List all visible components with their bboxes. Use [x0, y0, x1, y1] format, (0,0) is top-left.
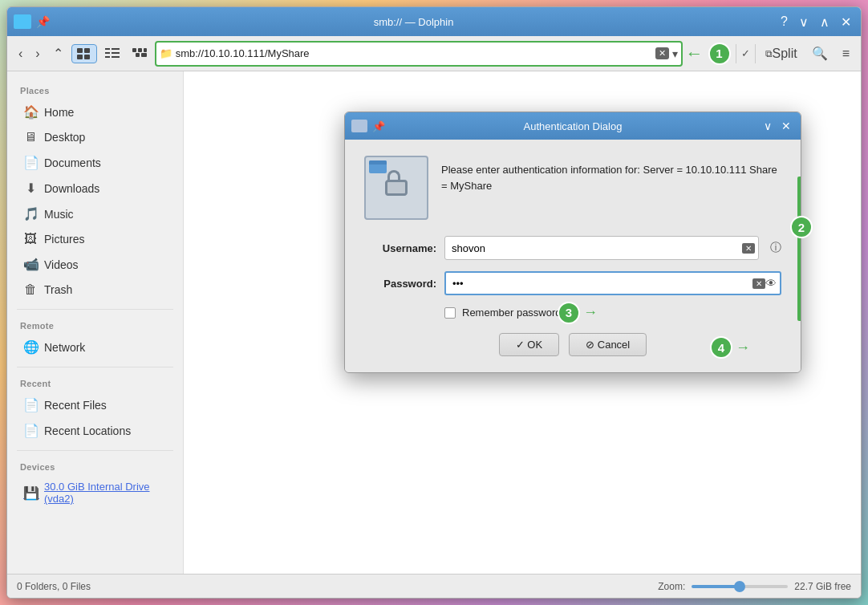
sidebar-item-trash[interactable]: 🗑 Trash	[10, 278, 180, 302]
devices-header: Devices	[7, 457, 183, 475]
folder-icon: 📁	[160, 47, 172, 59]
sidebar-item-recent-locations[interactable]: 📄 Recent Locations	[10, 418, 180, 443]
annotation-4-container: 4 →	[710, 336, 750, 359]
annotation-4: 4	[710, 336, 732, 359]
devices-section: Devices 💾 30.0 GiB Internal Drive (vda2)	[7, 454, 183, 514]
sidebar-item-downloads[interactable]: ⬇ Downloads	[10, 176, 180, 201]
downloads-label: Downloads	[44, 182, 99, 195]
drive-icon: 💾	[23, 485, 38, 501]
annotation-arrow-4: →	[736, 339, 750, 356]
username-input[interactable]	[448, 242, 742, 254]
sidebar-item-music[interactable]: 🎵 Music	[10, 201, 180, 226]
svg-rect-5	[112, 48, 120, 50]
dialog-app-icon	[351, 120, 367, 132]
cancel-button[interactable]: ⊘ Cancel	[569, 333, 647, 356]
svg-rect-10	[132, 48, 136, 52]
dialog-title-bar: 📌 Authentication Dialog ∨ ✕	[345, 112, 801, 140]
username-info-button[interactable]: ⓘ	[770, 241, 781, 255]
zoom-slider[interactable]	[692, 585, 788, 588]
sidebar-item-videos[interactable]: 📹 Videos	[10, 252, 180, 277]
sidebar-item-pictures[interactable]: 🖼 Pictures	[10, 227, 180, 251]
password-input-wrap: ✕ 👁	[444, 271, 781, 295]
close-button[interactable]: ✕	[838, 13, 854, 31]
annotation-2-container: 2	[790, 216, 813, 238]
recent-files-label: Recent Files	[44, 399, 107, 412]
auth-dialog: 📌 Authentication Dialog ∨ ✕	[344, 112, 801, 373]
search-button[interactable]: 🔍	[807, 43, 833, 64]
dialog-title: Authentication Dialog	[390, 120, 756, 132]
split-label: Split	[773, 47, 797, 61]
ok-label: ✓ OK	[516, 339, 542, 351]
window-title: smb:// — Dolphin	[55, 16, 773, 28]
drive-label: 30.0 GiB Internal Drive (vda2)	[44, 481, 167, 505]
view-details-button[interactable]	[100, 45, 124, 63]
password-clear-button[interactable]: ✕	[752, 278, 765, 289]
content-pane: 📌 Authentication Dialog ∨ ✕	[184, 71, 861, 574]
up-button[interactable]: ⌃	[48, 43, 68, 64]
toolbar-separator-2	[755, 44, 756, 63]
trash-icon: 🗑	[23, 282, 38, 297]
pictures-icon: 🖼	[23, 232, 38, 246]
videos-icon: 📹	[23, 257, 38, 272]
dialog-controls: ∨ ✕	[761, 118, 794, 134]
dialog-close-button[interactable]: ✕	[778, 118, 794, 134]
music-label: Music	[44, 208, 74, 221]
sidebar-item-home[interactable]: 🏠 Home	[10, 99, 180, 124]
mini-titlebar	[369, 160, 387, 164]
split-button[interactable]: ⧉ Split	[761, 43, 802, 64]
view-tree-button[interactable]	[128, 45, 152, 63]
recent-files-icon: 📄	[23, 397, 38, 412]
remote-header: Remote	[7, 316, 183, 334]
address-bar: 📁 ✕ ▾	[155, 41, 683, 67]
toolbar-separator-1	[736, 44, 736, 63]
zoom-thumb[interactable]	[734, 581, 745, 592]
sidebar-item-documents[interactable]: 📄 Documents	[10, 150, 180, 175]
sidebar-item-desktop[interactable]: 🖥 Desktop	[10, 125, 180, 149]
dialog-top: Please enter authentication information …	[364, 156, 781, 220]
username-label: Username:	[364, 242, 436, 254]
minimize-button[interactable]: ∨	[796, 13, 812, 31]
sidebar-divider-2	[17, 367, 173, 367]
dialog-pin-icon[interactable]: 📌	[372, 120, 385, 132]
trash-label: Trash	[44, 283, 72, 296]
help-button[interactable]: ?	[777, 13, 791, 30]
places-header: Places	[7, 81, 183, 99]
dialog-buttons: 4 → ✓ OK ⊘ Cancel	[364, 333, 781, 356]
window-controls: ? ∨ ∧ ✕	[777, 13, 854, 31]
address-clear-button[interactable]: ✕	[655, 47, 669, 59]
password-input[interactable]	[449, 278, 752, 290]
recent-locations-label: Recent Locations	[44, 424, 131, 437]
svg-rect-3	[84, 55, 90, 59]
address-input[interactable]	[176, 47, 652, 59]
menu-button[interactable]: ≡	[838, 43, 854, 64]
home-label: Home	[44, 106, 74, 119]
home-icon: 🏠	[23, 104, 38, 120]
username-clear-button[interactable]: ✕	[742, 243, 755, 254]
sidebar-item-network[interactable]: 🌐 Network	[10, 335, 180, 359]
svg-rect-0	[77, 48, 83, 53]
lock-shackle	[387, 170, 400, 181]
ok-button[interactable]: ✓ OK	[499, 333, 559, 356]
show-password-button[interactable]: 👁	[765, 277, 777, 290]
title-bar: 📌 smb:// — Dolphin ? ∨ ∧ ✕	[7, 7, 861, 36]
view-icons-button[interactable]	[71, 44, 97, 63]
dolphin-icon	[14, 14, 31, 29]
split-icon: ⧉	[765, 48, 773, 59]
dialog-mini-window	[369, 160, 387, 173]
pin-icon[interactable]: 📌	[36, 15, 50, 28]
dialog-sidebar-indicator	[797, 177, 801, 321]
zoom-control: Zoom: 22.7 GiB free	[658, 581, 851, 592]
forward-button[interactable]: ›	[30, 43, 44, 64]
sidebar-item-recent-files[interactable]: 📄 Recent Files	[10, 392, 180, 417]
maximize-button[interactable]: ∧	[817, 13, 833, 31]
sidebar-item-internal-drive[interactable]: 💾 30.0 GiB Internal Drive (vda2)	[10, 476, 180, 510]
svg-rect-14	[141, 53, 147, 57]
address-dropdown-button[interactable]: ▾	[672, 47, 678, 60]
dialog-minimize-button[interactable]: ∨	[761, 118, 775, 134]
network-icon: 🌐	[23, 339, 38, 355]
recent-locations-icon: 📄	[23, 423, 38, 438]
back-button[interactable]: ‹	[14, 43, 27, 64]
status-info: 0 Folders, 0 Files	[17, 581, 91, 592]
main-area: Places 🏠 Home 🖥 Desktop 📄 Documents ⬇ Do…	[7, 71, 861, 574]
remember-checkbox[interactable]	[444, 307, 456, 319]
